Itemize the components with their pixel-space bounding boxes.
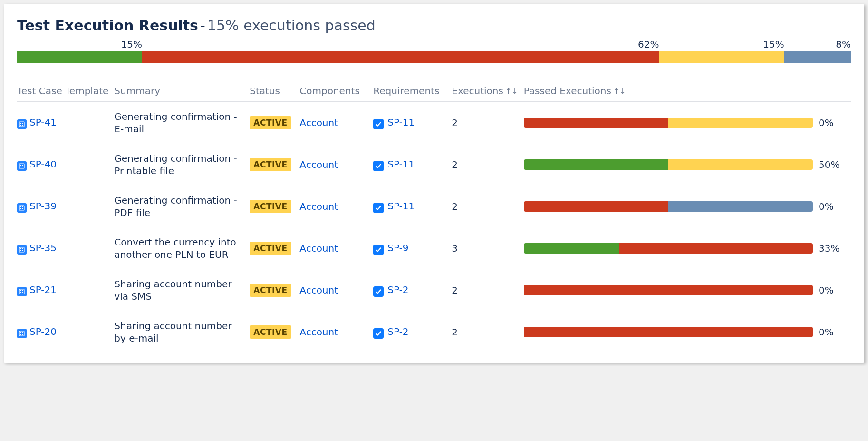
status-badge: ACTIVE <box>250 325 291 339</box>
executions-count: 3 <box>452 227 523 269</box>
svg-rect-13 <box>20 208 21 209</box>
svg-rect-24 <box>22 292 23 293</box>
component-link[interactable]: Account <box>299 243 338 254</box>
col-summary[interactable]: Summary <box>114 80 250 102</box>
svg-rect-18 <box>20 250 21 251</box>
issue-link[interactable]: SP-35 <box>29 242 57 254</box>
status-badge: ACTIVE <box>250 242 291 255</box>
svg-rect-2 <box>22 123 23 124</box>
overall-segment-label: 62% <box>142 39 659 51</box>
issue-link[interactable]: SP-39 <box>29 200 57 212</box>
passed-progress-segment <box>524 327 813 337</box>
passed-progress-segment <box>619 243 813 254</box>
summary-text: Convert the currency into another one PL… <box>114 236 242 261</box>
table-body: SP-41Generating confirmation - E-mailACT… <box>17 102 851 353</box>
component-link[interactable]: Account <box>299 117 338 128</box>
checkbox-icon <box>373 161 384 171</box>
passed-percentage: 0% <box>819 117 845 128</box>
summary-text: Sharing account number via SMS <box>114 278 242 303</box>
svg-rect-19 <box>22 250 23 251</box>
col-components[interactable]: Components <box>299 80 373 102</box>
svg-rect-10 <box>19 206 24 210</box>
summary-text: Generating confirmation - E-mail <box>114 110 242 135</box>
sort-icon: ↑↓ <box>613 87 626 96</box>
issue-link[interactable]: SP-41 <box>29 117 57 128</box>
component-link[interactable]: Account <box>299 159 338 170</box>
overall-segment <box>659 51 784 63</box>
col-status[interactable]: Status <box>250 80 299 102</box>
issue-icon <box>17 203 27 213</box>
checkbox-icon <box>373 286 384 297</box>
requirement-link[interactable]: SP-9 <box>387 242 408 254</box>
issue-link[interactable]: SP-21 <box>29 284 57 295</box>
summary-text: Generating confirmation - Printable file <box>114 152 242 177</box>
table-row: SP-35Convert the currency into another o… <box>17 227 851 269</box>
passed-progress-bar <box>524 159 813 170</box>
summary-text: Sharing account number by e-mail <box>114 320 242 344</box>
passed-progress-segment <box>668 159 813 170</box>
component-link[interactable]: Account <box>299 201 338 212</box>
passed-progress-segment <box>524 118 668 128</box>
issue-link[interactable]: SP-40 <box>29 158 57 170</box>
svg-rect-16 <box>20 248 21 249</box>
overall-segment <box>17 51 142 63</box>
col-executions[interactable]: Executions↑↓ <box>452 80 523 102</box>
svg-rect-4 <box>22 125 23 126</box>
svg-rect-12 <box>22 206 23 207</box>
requirement-link[interactable]: SP-11 <box>387 200 415 212</box>
requirement-link[interactable]: SP-2 <box>387 284 408 295</box>
status-badge: ACTIVE <box>250 200 291 213</box>
svg-rect-17 <box>22 248 23 249</box>
svg-rect-1 <box>20 123 21 124</box>
status-badge: ACTIVE <box>250 284 291 297</box>
overall-progress-labels: 15%62%15%8% <box>17 39 851 51</box>
results-card: Test Execution Results - 15% executions … <box>4 4 864 363</box>
passed-progress-segment <box>524 159 668 170</box>
passed-progress-segment <box>524 201 668 212</box>
passed-progress-bar <box>524 201 813 212</box>
col-requirements[interactable]: Requirements <box>373 80 452 102</box>
overall-segment-label: 15% <box>659 39 784 51</box>
issue-icon <box>17 161 27 171</box>
svg-rect-21 <box>20 290 21 291</box>
svg-rect-14 <box>22 208 23 209</box>
requirement-link[interactable]: SP-11 <box>387 117 415 128</box>
passed-progress-segment <box>668 118 813 128</box>
checkbox-icon <box>373 203 384 213</box>
executions-count: 2 <box>452 311 523 353</box>
col-passed-label: Passed Executions <box>524 85 611 97</box>
sort-icon: ↑↓ <box>505 87 518 96</box>
overall-segment <box>784 51 851 63</box>
issue-link[interactable]: SP-20 <box>29 326 57 337</box>
component-link[interactable]: Account <box>299 326 338 338</box>
checkbox-icon <box>373 119 384 129</box>
table-row: SP-39Generating confirmation - PDF fileA… <box>17 186 851 227</box>
overall-segment-label: 8% <box>784 39 851 51</box>
passed-progress-bar <box>524 285 813 295</box>
executions-count: 2 <box>452 102 523 144</box>
issue-icon <box>17 245 27 255</box>
passed-percentage: 0% <box>819 284 845 296</box>
results-table: Test Case Template Summary Status Compon… <box>17 80 851 353</box>
summary-text: Generating confirmation - PDF file <box>114 194 242 219</box>
passed-percentage: 0% <box>819 201 845 212</box>
svg-rect-9 <box>22 167 23 167</box>
executions-count: 2 <box>452 269 523 311</box>
table-header-row: Test Case Template Summary Status Compon… <box>17 80 851 102</box>
passed-percentage: 50% <box>819 159 845 170</box>
issue-icon <box>17 329 27 338</box>
status-badge: ACTIVE <box>250 158 291 171</box>
status-badge: ACTIVE <box>250 116 291 129</box>
component-link[interactable]: Account <box>299 284 338 296</box>
svg-rect-8 <box>20 167 21 167</box>
requirement-link[interactable]: SP-11 <box>387 158 415 170</box>
col-passed[interactable]: Passed Executions↑↓ <box>524 80 851 102</box>
col-executions-label: Executions <box>452 85 503 97</box>
svg-rect-28 <box>20 334 21 335</box>
passed-progress-segment <box>524 285 813 295</box>
overall-progress: 15%62%15%8% <box>17 39 851 63</box>
overall-progress-bar <box>17 51 851 63</box>
svg-rect-11 <box>20 206 21 207</box>
requirement-link[interactable]: SP-2 <box>387 326 408 337</box>
col-template[interactable]: Test Case Template <box>17 80 114 102</box>
